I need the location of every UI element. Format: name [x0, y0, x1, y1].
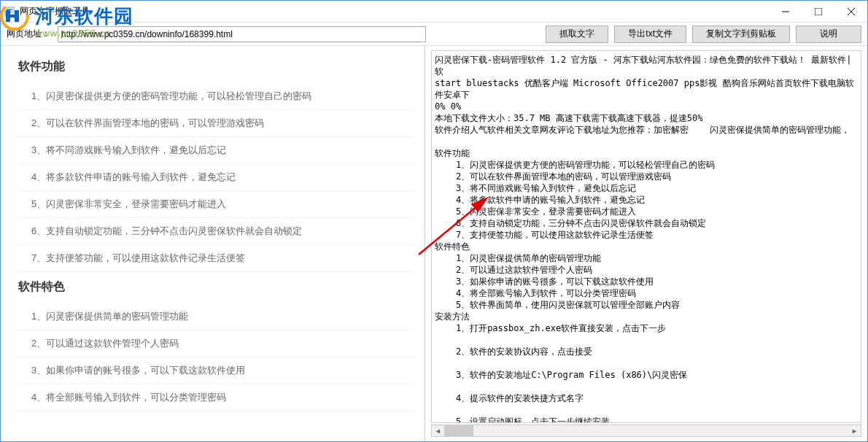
list-item: 7、支持便签功能，可以使用这款软件记录生活便签 [18, 245, 413, 272]
url-label: 网页地址： [7, 28, 50, 40]
horizontal-scrollbar[interactable]: ◄ ► [431, 424, 861, 437]
window-title: 网页文字抓取工具 [20, 5, 90, 18]
list-item: 2、可以在软件界面管理本地的密码，可以管理游戏密码 [18, 110, 413, 137]
list-item: 1、闪灵密保提供简单的密码管理功能 [18, 303, 413, 330]
text-output-area[interactable]: 闪灵密保下载-密码管理软件 1.2 官方版 - 河东下载站河东软件园：绿色免费的… [431, 50, 861, 423]
list-item: 4、将全部账号输入到软件，可以分类管理密码 [18, 384, 413, 411]
toolbar: 网页地址： 抓取文字 导出txt文件 复制文字到剪贴板 说明 [1, 23, 867, 46]
copy-clipboard-button[interactable]: 复制文字到剪贴板 [692, 26, 790, 43]
svg-rect-4 [7, 14, 11, 15]
svg-rect-3 [7, 12, 12, 13]
scroll-right-arrow[interactable]: ► [848, 425, 861, 436]
section-characteristics-title: 软件特色 [18, 279, 413, 295]
export-txt-button[interactable]: 导出txt文件 [614, 26, 686, 43]
grab-text-button[interactable]: 抓取文字 [546, 26, 608, 43]
app-window: 网页文字抓取工具 网页地址： 抓取文字 导出txt文件 复制文字到剪贴板 说明 … [0, 0, 868, 442]
window-controls [769, 1, 867, 23]
list-item: 3、如果你申请的账号很多，可以下载这款软件使用 [18, 357, 413, 384]
svg-rect-6 [815, 8, 822, 15]
maximize-button[interactable] [802, 1, 834, 23]
svg-rect-1 [7, 9, 12, 10]
svg-rect-2 [7, 11, 12, 12]
list-item: 3、将不同游戏账号输入到软件，避免以后忘记 [18, 137, 413, 164]
url-input[interactable] [58, 26, 426, 42]
list-item: 4、将多款软件申请的账号输入到软件，避免忘记 [18, 164, 413, 191]
scroll-left-arrow[interactable]: ◄ [432, 425, 444, 436]
help-button[interactable]: 说明 [796, 26, 861, 43]
list-item: 2、可以通过这款软件管理个人密码 [18, 330, 413, 357]
app-icon [4, 6, 15, 18]
list-item: 1、闪灵密保提供更方便的密码管理功能，可以轻松管理自己的密码 [18, 83, 413, 110]
content-area: 软件功能 1、闪灵密保提供更方便的密码管理功能，可以轻松管理自己的密码 2、可以… [1, 46, 867, 441]
section-features-title: 软件功能 [18, 59, 413, 74]
scroll-thumb[interactable] [444, 425, 473, 436]
webpage-preview-panel[interactable]: 软件功能 1、闪灵密保提供更方便的密码管理功能，可以轻松管理自己的密码 2、可以… [1, 46, 425, 441]
close-button[interactable] [834, 1, 867, 23]
minimize-button[interactable] [769, 1, 802, 23]
list-item: 5、闪灵密保非常安全，登录需要密码才能进入 [18, 191, 413, 218]
scroll-track[interactable] [444, 425, 848, 436]
list-item: 6、支持自动锁定功能，三分钟不点击闪灵密保软件就会自动锁定 [18, 218, 413, 245]
extracted-text-panel: 闪灵密保下载-密码管理软件 1.2 官方版 - 河东下载站河东软件园：绿色免费的… [425, 46, 867, 441]
titlebar: 网页文字抓取工具 [1, 1, 867, 23]
